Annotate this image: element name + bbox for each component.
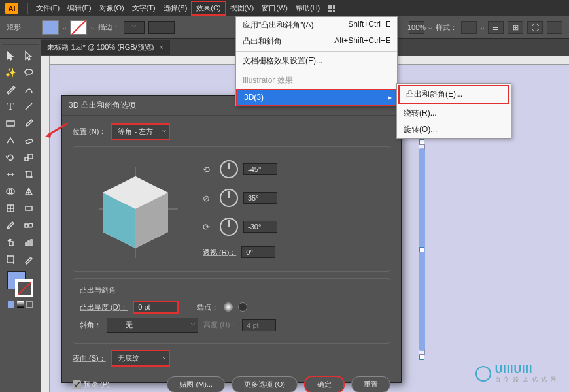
menu-3d[interactable]: 3D(3) bbox=[236, 89, 397, 106]
app-logo: Ai bbox=[5, 3, 18, 14]
menu-edit[interactable]: 编辑(E) bbox=[63, 2, 95, 14]
lasso-tool[interactable] bbox=[20, 65, 37, 80]
submenu-rotate[interactable]: 旋转(O)... bbox=[397, 122, 511, 138]
svg-point-8 bbox=[31, 176, 32, 178]
workspace-icon[interactable] bbox=[328, 5, 335, 12]
stroke-weight[interactable]: ⌵ bbox=[124, 21, 145, 34]
bevel-select[interactable]: 无 bbox=[107, 318, 198, 333]
symbol-sprayer-tool[interactable] bbox=[2, 235, 19, 250]
z-angle[interactable]: -30° bbox=[243, 221, 277, 233]
svg-point-0 bbox=[25, 69, 33, 74]
menu-overflow-icon[interactable]: ⋯ bbox=[547, 21, 562, 34]
svg-point-16 bbox=[29, 223, 33, 227]
svg-rect-3 bbox=[26, 139, 33, 144]
axis-x-icon: ⟲ bbox=[203, 165, 215, 174]
none-mode-icon[interactable] bbox=[26, 301, 33, 308]
menu-window[interactable]: 窗口(W) bbox=[258, 2, 292, 14]
depth-label: 凸出厚度 (D)： bbox=[80, 302, 128, 312]
zoom-box[interactable]: 100% bbox=[409, 21, 424, 34]
svg-line-1 bbox=[26, 103, 32, 110]
extrude-bevel-dialog: 3D 凸出和斜角选项 位置 (N)： 等角 - 左方 ⟲-45° ⊘35° ⟳-… bbox=[61, 95, 402, 383]
artboard-tool[interactable] bbox=[2, 252, 19, 267]
gradient-tool[interactable] bbox=[20, 201, 37, 216]
rectangle-tool[interactable] bbox=[2, 116, 19, 131]
width-tool[interactable] bbox=[2, 167, 19, 182]
perspective-input[interactable]: 0° bbox=[241, 246, 275, 258]
slice-tool[interactable] bbox=[20, 252, 37, 267]
tab-title: 未标题-1.ai* @ 100% (RGB/预览) bbox=[47, 42, 154, 52]
close-icon[interactable]: × bbox=[159, 43, 163, 51]
document-tab[interactable]: 未标题-1.ai* @ 100% (RGB/预览) × bbox=[41, 40, 170, 55]
fill-stroke-swatch[interactable] bbox=[7, 271, 33, 297]
type-tool[interactable]: T bbox=[2, 99, 19, 114]
reset-button[interactable]: 重置 bbox=[351, 376, 390, 392]
selected-object[interactable] bbox=[416, 142, 428, 357]
paintbrush-tool[interactable] bbox=[20, 116, 37, 131]
3d-submenu: 凸出和斜角(E)... 绕转(R)... 旋转(O)... bbox=[396, 83, 511, 139]
menu-file[interactable]: 文件(F) bbox=[32, 2, 63, 14]
transform-icon[interactable]: ⛶ bbox=[527, 21, 543, 34]
menu-view[interactable]: 视图(V) bbox=[226, 2, 258, 14]
menu-effect[interactable]: 效果(C) bbox=[191, 1, 226, 16]
x-dial[interactable] bbox=[220, 160, 238, 178]
style-swatch[interactable] bbox=[461, 21, 477, 34]
cap-off-icon[interactable] bbox=[238, 302, 247, 312]
more-options-button[interactable]: 更多选项 (O) bbox=[232, 376, 298, 392]
mesh-tool[interactable] bbox=[2, 201, 19, 216]
y-angle[interactable]: 35° bbox=[243, 192, 277, 204]
scale-tool[interactable] bbox=[20, 150, 37, 165]
shape-builder-tool[interactable] bbox=[2, 184, 19, 199]
curvature-tool[interactable] bbox=[20, 82, 37, 97]
pen-tool[interactable] bbox=[2, 82, 19, 97]
height-input: 4 pt bbox=[242, 319, 276, 331]
cap-on-icon[interactable] bbox=[224, 302, 233, 312]
menu-object[interactable]: 对象(O) bbox=[95, 2, 128, 14]
watermark: UIIIUIII自 学 路 上 优 优 网 bbox=[475, 364, 557, 383]
eraser-tool[interactable] bbox=[20, 133, 37, 148]
z-dial[interactable] bbox=[220, 218, 238, 236]
doc-setup-icon[interactable]: ☰ bbox=[488, 21, 504, 34]
free-transform-tool[interactable] bbox=[20, 167, 37, 182]
submenu-revolve[interactable]: 绕转(R)... bbox=[397, 105, 511, 122]
menu-doc-raster-settings[interactable]: 文档栅格效果设置(E)... bbox=[236, 53, 397, 69]
effect-menu-dropdown: 应用"凸出和斜角"(A)Shift+Ctrl+E 凸出和斜角Alt+Shift+… bbox=[235, 16, 398, 106]
depth-input[interactable]: 0 pt bbox=[133, 301, 179, 314]
y-dial[interactable] bbox=[220, 189, 238, 207]
menu-type[interactable]: 文字(T) bbox=[128, 2, 160, 14]
perspective-tool[interactable] bbox=[20, 184, 37, 199]
selection-tool[interactable] bbox=[2, 48, 19, 63]
blend-tool[interactable] bbox=[20, 218, 37, 233]
map-art-button[interactable]: 贴图 (M)... bbox=[167, 376, 225, 392]
bulb-icon bbox=[475, 366, 491, 382]
menu-section-illustrator: Illustrator 效果 bbox=[236, 73, 397, 89]
color-mode-icon[interactable] bbox=[8, 301, 14, 308]
preview-checkbox[interactable]: 预览 (P) bbox=[73, 380, 110, 389]
menu-apply-extrude[interactable]: 应用"凸出和斜角"(A)Shift+Ctrl+E bbox=[236, 17, 397, 33]
line-tool[interactable] bbox=[20, 99, 37, 114]
submenu-extrude-bevel[interactable]: 凸出和斜角(E)... bbox=[398, 85, 509, 104]
x-angle[interactable]: -45° bbox=[243, 163, 277, 175]
svg-rect-18 bbox=[26, 243, 27, 246]
gradient-mode-icon[interactable] bbox=[17, 301, 24, 308]
position-select[interactable]: 等角 - 左方 bbox=[111, 123, 170, 140]
align-icon[interactable]: ⊞ bbox=[508, 21, 523, 34]
menu-extrude-bevel[interactable]: 凸出和斜角Alt+Shift+Ctrl+E bbox=[236, 33, 397, 50]
stroke-style[interactable] bbox=[148, 21, 175, 34]
rotate-tool[interactable] bbox=[2, 150, 19, 165]
direct-selection-tool[interactable] bbox=[20, 48, 37, 63]
menu-select[interactable]: 选择(S) bbox=[160, 2, 192, 14]
graph-tool[interactable] bbox=[20, 235, 37, 250]
ok-button[interactable]: 确定 bbox=[304, 376, 345, 392]
shaper-tool[interactable] bbox=[2, 133, 19, 148]
surface-select[interactable]: 无底纹 bbox=[111, 350, 170, 367]
rotation-cube[interactable] bbox=[80, 154, 191, 265]
svg-rect-5 bbox=[28, 154, 33, 159]
eyedropper-tool[interactable] bbox=[2, 218, 19, 233]
stroke-label: 描边： bbox=[98, 22, 120, 32]
perspective-label: 透视 (R)： bbox=[203, 248, 236, 257]
menu-help[interactable]: 帮助(H) bbox=[292, 2, 324, 14]
style-label: 样式： bbox=[436, 23, 457, 33]
fill-swatch[interactable] bbox=[42, 20, 59, 35]
magic-wand-tool[interactable]: ✨ bbox=[2, 65, 19, 80]
stroke-swatch[interactable] bbox=[70, 20, 87, 35]
